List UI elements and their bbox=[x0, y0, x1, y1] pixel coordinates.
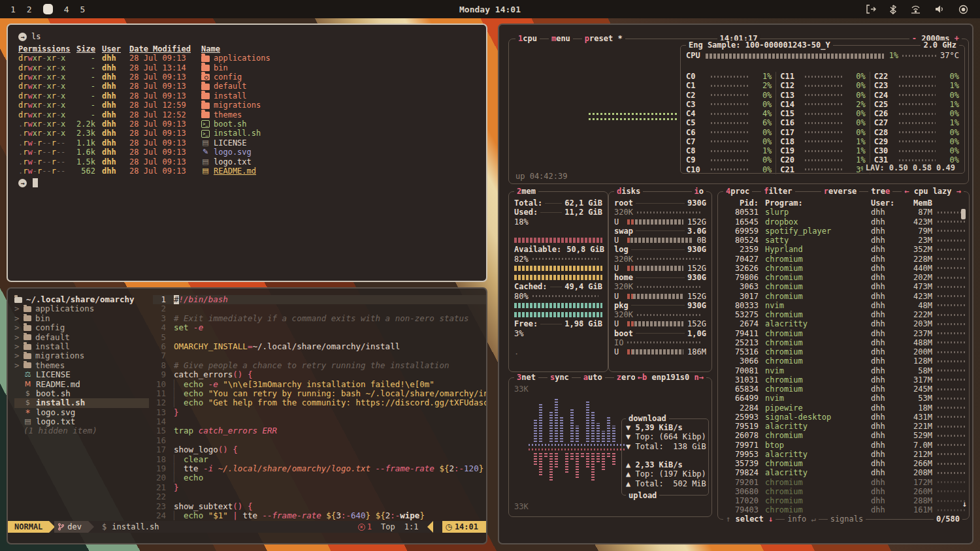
proc-info-control[interactable]: info ↵ bbox=[785, 514, 818, 524]
terminal-cursor[interactable] bbox=[33, 178, 38, 187]
network-icon[interactable] bbox=[910, 5, 921, 14]
tree-dir-install[interactable]: >install bbox=[14, 342, 153, 351]
workspace-1[interactable]: 1 bbox=[10, 5, 16, 14]
process-row[interactable]: 2674alacrittydhh203M0.0 bbox=[718, 319, 969, 328]
tree-dir-migrations[interactable]: >migrations bbox=[14, 351, 153, 360]
mem-available-pct: 82% bbox=[514, 255, 529, 264]
core-row-C18: C181% bbox=[776, 137, 869, 146]
process-row[interactable]: 53275chromiumdhh222M0.0 bbox=[718, 310, 969, 319]
proc-filter-button[interactable]: filter bbox=[761, 187, 794, 196]
folder-icon bbox=[24, 344, 31, 350]
process-row[interactable]: 26078chromiumdhh529M0.0 bbox=[718, 431, 969, 440]
preset-button[interactable]: preset * bbox=[582, 34, 625, 43]
proc-sort-switcher[interactable]: ← cpu lazy → bbox=[902, 187, 964, 196]
code-editor[interactable]: 1#!/bin/bash23# Exit immediately if a co… bbox=[153, 289, 486, 521]
tree-dir-applications[interactable]: >applications bbox=[14, 304, 153, 313]
process-row[interactable]: 75316chromiumdhh200M0.0 bbox=[718, 347, 969, 356]
terminal-window-ls[interactable]: → ls Permissions Size User Date Modified… bbox=[7, 24, 487, 282]
process-row[interactable]: 25213chromiumdhh488M0.0 bbox=[718, 338, 969, 347]
process-row[interactable]: 80524sattydhh23M0.0 bbox=[718, 236, 969, 245]
screen-record-icon[interactable] bbox=[958, 5, 968, 14]
code-line-2: 2 bbox=[153, 304, 486, 313]
tree-file-LICENSE[interactable]: ⚖LICENSE bbox=[14, 370, 153, 379]
process-row[interactable]: 3066chromiumdhh128M0.0 bbox=[718, 356, 969, 366]
asterisk-icon: * bbox=[24, 409, 32, 416]
tree-file-install.sh[interactable]: $install.sh bbox=[14, 398, 149, 407]
net-sync-toggle[interactable]: sync bbox=[547, 373, 572, 382]
proc-select-control[interactable]: ↑ select ↓ bbox=[723, 514, 776, 524]
process-row[interactable]: 80333nvimdhh48M0.0 bbox=[718, 301, 969, 310]
process-row[interactable]: 3017chromiumdhh423M0.0 bbox=[718, 292, 969, 301]
logout-icon[interactable] bbox=[866, 5, 876, 14]
load-average: LAV: 0.50 0.58 0.49 bbox=[863, 163, 958, 172]
workspace-switcher: 1245 bbox=[0, 4, 85, 14]
process-row[interactable]: 31031chromiumdhh317M0.0 bbox=[718, 375, 969, 385]
workspace-2[interactable]: 2 bbox=[27, 5, 32, 14]
download-rate: 5,39 KiB/s bbox=[635, 423, 682, 432]
process-row[interactable]: 3063chromiumdhh473M0.0 bbox=[718, 282, 969, 291]
btop-window[interactable]: 1cpu menu preset * 14:01:17 - 2000ms + u… bbox=[498, 24, 973, 544]
process-row[interactable]: 79411chromiumdhh237M0.0 bbox=[718, 329, 969, 338]
folder-icon bbox=[24, 306, 31, 312]
workspace-5[interactable]: 5 bbox=[80, 5, 85, 14]
book-icon: ▤ bbox=[201, 166, 210, 176]
process-row[interactable]: 79953alacrittydhh212M0.0 bbox=[718, 450, 969, 459]
process-row[interactable]: 16545dropboxdhh423M0.0 bbox=[718, 217, 969, 227]
process-row[interactable]: 30680chromiumdhh260M0.0 bbox=[718, 487, 969, 496]
process-row[interactable]: 79403chromiumdhh161M0.0 bbox=[718, 505, 969, 514]
mode-indicator: NORMAL bbox=[8, 521, 49, 533]
net-interface-switcher[interactable]: ←b enp191s0 n→ bbox=[635, 373, 706, 382]
powerline-separator bbox=[88, 521, 94, 533]
process-row[interactable]: 70427chromiumdhh228M0.0 bbox=[718, 255, 969, 264]
core-row-C22: C220% bbox=[870, 72, 963, 81]
volume-icon[interactable] bbox=[935, 5, 945, 14]
proc-scrollbar-thumb[interactable] bbox=[961, 209, 966, 219]
proc-signals-control[interactable]: signals bbox=[828, 514, 866, 524]
proc-tree-button[interactable]: tree bbox=[868, 187, 892, 196]
tree-file-logo.txt[interactable]: ▤logo.txt bbox=[14, 417, 153, 426]
ls-row: drwxr-xr-x-dhh28 Jul 12:52themes bbox=[18, 110, 486, 119]
process-row[interactable]: 25993signal-desktopdhh431M0.0 bbox=[718, 413, 969, 422]
process-row[interactable]: 79806chromiumdhh202M0.0 bbox=[718, 273, 969, 282]
cpu-frequency: 2.0 GHz bbox=[921, 40, 959, 50]
tree-dir-themes[interactable]: >themes bbox=[14, 361, 153, 370]
mem-free-value: 1,98 GiB bbox=[564, 319, 602, 328]
process-row[interactable]: 79519alacrittydhh221M0.0 bbox=[718, 422, 969, 431]
tree-file-boot.sh[interactable]: $boot.sh bbox=[14, 389, 153, 398]
process-row[interactable]: 70081nvimdhh58M0.0 bbox=[718, 366, 969, 375]
scroll-down-arrow[interactable]: ↓ bbox=[962, 499, 967, 509]
bluetooth-icon[interactable] bbox=[890, 5, 896, 14]
workspace-4[interactable]: 4 bbox=[64, 5, 69, 14]
process-row[interactable]: 66499nvimdhh53M0.0 bbox=[718, 394, 969, 403]
process-row[interactable]: 17020chromiumdhh288M0.0 bbox=[718, 496, 969, 505]
menu-button[interactable]: menu bbox=[549, 34, 573, 43]
process-row[interactable]: 2359Hyprlanddhh352M0.0 bbox=[718, 245, 969, 254]
process-row[interactable]: 65834chromiumdhh245M0.0 bbox=[718, 385, 969, 394]
disks-box-title[interactable]: disks bbox=[614, 187, 643, 196]
tree-dir-config[interactable]: >config bbox=[14, 323, 153, 332]
cpu-total-pct: 1% bbox=[889, 51, 898, 60]
ls-output: drwxr-xr-x-dhh28 Jul 09:13applicationsdr… bbox=[18, 54, 486, 176]
net-auto-toggle[interactable]: auto bbox=[581, 373, 605, 382]
process-row[interactable]: 2284pipewiredhh18M0.0 bbox=[718, 403, 969, 413]
process-row[interactable]: 79824alacrittydhh208M0.0 bbox=[718, 468, 969, 477]
proc-reverse-button[interactable]: reverse bbox=[821, 187, 860, 196]
tree-dir-default[interactable]: >default bbox=[14, 333, 153, 342]
code-line-13: 13} bbox=[153, 408, 486, 417]
process-row[interactable]: 79971btopdhh7.0M0.0 bbox=[718, 441, 969, 450]
tree-dir-bin[interactable]: >bin bbox=[14, 314, 153, 323]
process-row[interactable]: 80531slurpdhh87M0.0 bbox=[718, 208, 969, 217]
tree-file-logo.svg[interactable]: *logo.svg bbox=[14, 408, 153, 417]
process-row[interactable]: 32626chromiumdhh440M0.0 bbox=[718, 264, 969, 273]
editor-window[interactable]: ~/.local/share/omarchy>applications>bin>… bbox=[7, 287, 487, 544]
tree-root[interactable]: ~/.local/share/omarchy bbox=[14, 295, 153, 304]
code-line-6: 6OMARCHY_INSTALL=~/.local/share/omarchy/… bbox=[153, 342, 486, 351]
process-row[interactable]: 35739chromiumdhh266M0.0 bbox=[718, 459, 969, 468]
process-row[interactable]: 79201chromiumdhh172M0.0 bbox=[718, 478, 969, 487]
tree-file-README.md[interactable]: MREADME.md bbox=[14, 380, 153, 389]
workspace-3-active[interactable] bbox=[43, 4, 53, 14]
process-row[interactable]: 69959spotify_playerdhh79M0.0 bbox=[718, 227, 969, 236]
disks-io-toggle[interactable]: io bbox=[692, 187, 706, 196]
prompt-icon: → bbox=[18, 33, 27, 41]
folder-icon bbox=[24, 362, 31, 368]
